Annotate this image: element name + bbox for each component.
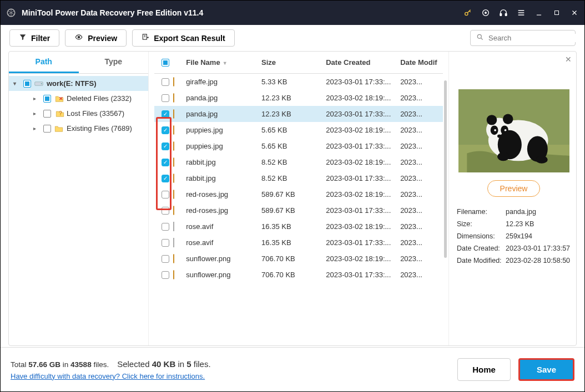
row-checkbox[interactable] bbox=[162, 239, 169, 247]
select-all-checkbox[interactable] bbox=[162, 59, 169, 67]
row-checkbox[interactable] bbox=[162, 271, 169, 279]
meta-modified-label: Date Modified: bbox=[457, 257, 506, 264]
search-box[interactable] bbox=[470, 30, 576, 46]
svg-rect-4 bbox=[500, 13, 502, 16]
file-name: rabbit.jpg bbox=[185, 158, 261, 166]
row-checkbox[interactable] bbox=[162, 142, 169, 150]
headphones-icon[interactable] bbox=[499, 8, 508, 17]
maximize-icon[interactable] bbox=[552, 8, 561, 17]
tab-path[interactable]: Path bbox=[9, 52, 79, 73]
tree-root-label: work(E: NTFS) bbox=[47, 79, 97, 88]
file-type-icon bbox=[173, 126, 185, 134]
col-modified[interactable]: Date Modif bbox=[400, 58, 440, 67]
tree-root[interactable]: ▾ work(E: NTFS) bbox=[9, 76, 148, 91]
tree-lost[interactable]: ▸ ? Lost Files (33567) bbox=[9, 106, 148, 121]
file-size: 706.70 KB bbox=[261, 271, 326, 279]
file-name: rose.avif bbox=[185, 238, 261, 247]
file-created: 2023-03-02 18:19:... bbox=[326, 190, 400, 198]
row-checkbox[interactable] bbox=[162, 191, 169, 198]
file-name: puppies.jpg bbox=[185, 126, 261, 134]
svg-point-7 bbox=[78, 36, 80, 38]
row-checkbox[interactable] bbox=[162, 126, 169, 134]
file-name: panda.jpg bbox=[185, 94, 261, 102]
table-row[interactable]: puppies.jpg5.65 KB2023-03-01 17:33:...20… bbox=[154, 138, 443, 154]
preview-button[interactable]: Preview bbox=[65, 29, 127, 47]
table-row[interactable]: giraffe.jpg5.33 KB2023-03-01 17:33:...20… bbox=[154, 74, 443, 90]
row-checkbox[interactable] bbox=[162, 159, 169, 166]
table-row[interactable]: rabbit.jpg8.52 KB2023-03-01 17:33:...202… bbox=[154, 170, 443, 186]
svg-point-20 bbox=[494, 129, 496, 131]
export-label: Export Scan Result bbox=[154, 34, 225, 43]
key-icon[interactable] bbox=[463, 8, 472, 17]
file-created: 2023-03-02 18:19:... bbox=[326, 254, 400, 263]
close-icon[interactable] bbox=[570, 8, 579, 17]
col-created[interactable]: Date Created bbox=[326, 58, 400, 67]
row-checkbox[interactable] bbox=[162, 94, 169, 102]
table-row[interactable]: panda.jpg12.23 KB2023-03-02 18:19:...202… bbox=[154, 90, 443, 106]
file-modified: 2023... bbox=[400, 94, 440, 102]
row-checkbox[interactable] bbox=[162, 255, 169, 263]
tree-existing[interactable]: ▸ Existing Files (7689) bbox=[9, 121, 148, 136]
tree-deleted[interactable]: ▸ ✕ Deleted Files (2332) bbox=[9, 91, 148, 106]
home-button[interactable]: Home bbox=[457, 358, 511, 381]
row-checkbox[interactable] bbox=[162, 78, 169, 86]
file-name: panda.jpg bbox=[185, 110, 261, 118]
table-row[interactable]: sunflower.png706.70 KB2023-03-02 18:19:.… bbox=[154, 251, 443, 267]
table-row[interactable]: sunflower.png706.70 KB2023-03-01 17:33:.… bbox=[154, 267, 443, 283]
file-modified: 2023... bbox=[400, 206, 440, 215]
file-created: 2023-03-01 17:33:... bbox=[326, 206, 400, 215]
meta-size: 12.23 KB bbox=[506, 220, 571, 228]
table-row[interactable]: rose.avif16.35 KB2023-03-01 17:33:...202… bbox=[154, 235, 443, 251]
table-row[interactable]: rose.avif16.35 KB2023-03-02 18:19:...202… bbox=[154, 218, 443, 235]
scrollbar-thumb[interactable] bbox=[444, 80, 447, 258]
table-row[interactable]: rabbit.jpg8.52 KB2023-03-02 18:19:...202… bbox=[154, 154, 443, 170]
disc-icon[interactable] bbox=[481, 8, 490, 17]
main-area: Path Type ▾ work(E: NTFS) ▸ ✕ Deleted Fi… bbox=[8, 51, 577, 346]
meta-dim: 259x194 bbox=[506, 232, 571, 240]
file-size: 5.65 KB bbox=[261, 126, 326, 134]
row-checkbox[interactable] bbox=[162, 175, 169, 182]
save-button[interactable]: Save bbox=[518, 358, 574, 381]
file-modified: 2023... bbox=[400, 190, 440, 198]
checkbox-partial[interactable] bbox=[23, 80, 31, 88]
tab-type[interactable]: Type bbox=[79, 52, 149, 73]
help-link[interactable]: Have difficulty with data recovery? Clic… bbox=[11, 372, 211, 380]
file-modified: 2023... bbox=[400, 126, 440, 134]
minimize-icon[interactable] bbox=[534, 8, 543, 17]
checkbox-partial[interactable] bbox=[43, 95, 51, 103]
col-name[interactable]: File Name▼ bbox=[185, 58, 261, 67]
file-size: 12.23 KB bbox=[261, 110, 326, 118]
folder-lost-icon: ? bbox=[54, 110, 63, 118]
search-input[interactable] bbox=[488, 34, 582, 42]
file-type-icon bbox=[173, 174, 185, 182]
menu-icon[interactable] bbox=[517, 8, 526, 17]
col-size[interactable]: Size bbox=[261, 58, 326, 67]
folder-deleted-icon: ✕ bbox=[54, 95, 63, 103]
table-row[interactable]: panda.jpg12.23 KB2023-03-01 17:33:...202… bbox=[154, 106, 443, 122]
table-row[interactable]: red-roses.jpg589.67 KB2023-03-02 18:19:.… bbox=[154, 186, 443, 202]
sort-desc-icon: ▼ bbox=[223, 60, 228, 66]
preview-metadata: Filename: panda.jpg Size: 12.23 KB Dimen… bbox=[457, 208, 571, 264]
titlebar: MiniTool Power Data Recovery Free Editio… bbox=[1, 1, 584, 25]
close-preview-icon[interactable]: ✕ bbox=[565, 55, 572, 64]
file-modified: 2023... bbox=[400, 238, 440, 247]
filter-label: Filter bbox=[31, 34, 50, 43]
folder-icon bbox=[54, 125, 63, 133]
file-list: File Name▼ Size Date Created Date Modif … bbox=[149, 52, 448, 345]
file-type-icon bbox=[173, 238, 185, 247]
svg-point-11 bbox=[41, 83, 42, 84]
panda-image bbox=[458, 89, 569, 172]
row-checkbox[interactable] bbox=[162, 110, 169, 118]
table-row[interactable]: red-roses.jpg589.67 KB2023-03-01 17:33:.… bbox=[154, 202, 443, 218]
file-size: 5.33 KB bbox=[261, 78, 326, 86]
file-type-icon bbox=[173, 94, 185, 102]
checkbox[interactable] bbox=[43, 125, 51, 133]
footer: Total 57.66 GB in 43588 files. Selected … bbox=[1, 347, 584, 391]
preview-action-button[interactable]: Preview bbox=[487, 180, 541, 197]
row-checkbox[interactable] bbox=[162, 223, 169, 231]
export-button[interactable]: Export Scan Result bbox=[132, 29, 234, 47]
filter-button[interactable]: Filter bbox=[9, 29, 59, 47]
row-checkbox[interactable] bbox=[162, 207, 169, 215]
checkbox[interactable] bbox=[43, 110, 51, 118]
table-row[interactable]: puppies.jpg5.65 KB2023-03-02 18:19:...20… bbox=[154, 122, 443, 138]
